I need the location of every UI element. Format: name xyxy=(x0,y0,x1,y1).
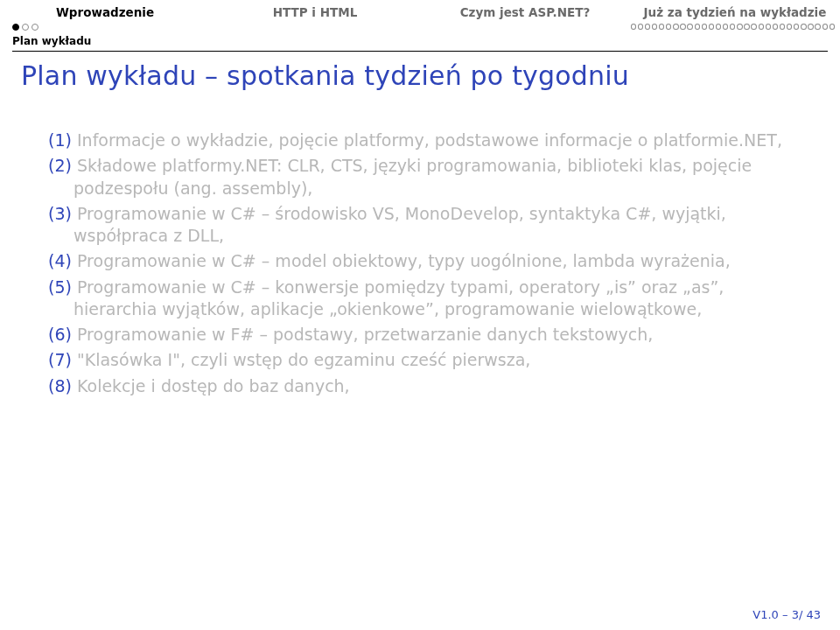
progress-dot-icon[interactable] xyxy=(815,24,820,30)
content-area: Informacje o wykładzie, pojęcie platform… xyxy=(0,91,840,397)
progress-dot-icon[interactable] xyxy=(638,24,643,30)
progress-dot-icon[interactable] xyxy=(716,24,721,30)
progress-seg-2 xyxy=(421,21,626,32)
progress-dot-icon[interactable] xyxy=(22,24,29,31)
progress-dot-icon[interactable] xyxy=(680,24,685,30)
nav-tab-wprowadzenie[interactable]: Wprowadzenie xyxy=(0,4,210,19)
progress-dot-icon[interactable] xyxy=(794,24,799,30)
footer-page-number: V1.0 – 3/ 43 xyxy=(752,608,821,621)
progress-dot-icon[interactable] xyxy=(787,24,792,30)
progress-dot-icon[interactable] xyxy=(687,24,692,30)
progress-seg-0 xyxy=(0,21,217,32)
nav-tab-http-html[interactable]: HTTP i HTML xyxy=(210,4,420,19)
progress-dot-icon[interactable] xyxy=(695,24,700,30)
list-item: Programowanie w C# – konwersje pomiędzy … xyxy=(37,276,803,321)
list-item: Kolekcje i dostęp do baz danych, xyxy=(37,375,803,397)
progress-dot-icon[interactable] xyxy=(673,24,678,30)
progress-seg-3 xyxy=(626,21,841,32)
progress-dot-icon[interactable] xyxy=(723,24,728,30)
progress-dot-icon[interactable] xyxy=(766,24,771,30)
nav-tab-asp-net[interactable]: Czym jest ASP.NET? xyxy=(420,4,630,19)
slide-title: Plan wykładu – spotkania tydzień po tygo… xyxy=(0,52,840,91)
progress-dot-icon[interactable] xyxy=(744,24,749,30)
progress-dot-icon[interactable] xyxy=(659,24,664,30)
list-item: Programowanie w C# – model obiektowy, ty… xyxy=(37,250,803,272)
progress-dot-icon[interactable] xyxy=(780,24,785,30)
nav-tab-next-week[interactable]: Już za tydzień na wykładzie xyxy=(630,4,840,19)
progress-dot-icon[interactable] xyxy=(702,24,707,30)
list-item: Informacje o wykładzie, pojęcie platform… xyxy=(37,130,803,151)
progress-dot-icon[interactable] xyxy=(801,24,806,30)
list-item: Programowanie w C# – środowisko VS, Mono… xyxy=(37,203,803,248)
progress-row xyxy=(0,21,840,32)
list-item: Składowe platformy.NET: CLR, CTS, języki… xyxy=(37,155,803,200)
progress-dot-icon[interactable] xyxy=(652,24,657,30)
progress-dot-icon[interactable] xyxy=(822,24,828,30)
list-item: "Klasówka I", czyli wstęp do egzaminu cz… xyxy=(37,349,803,371)
progress-dot-icon[interactable] xyxy=(737,24,742,30)
progress-dot-icon[interactable] xyxy=(631,24,636,30)
progress-dot-icon[interactable] xyxy=(12,24,19,31)
progress-dot-icon[interactable] xyxy=(773,24,778,30)
progress-dot-icon[interactable] xyxy=(830,24,835,30)
progress-dot-icon[interactable] xyxy=(759,24,764,30)
progress-dot-icon[interactable] xyxy=(709,24,714,30)
progress-dot-icon[interactable] xyxy=(751,24,756,30)
progress-dot-icon[interactable] xyxy=(32,24,38,31)
subsection-label: Plan wykładu xyxy=(0,32,840,47)
list-item: Programowanie w F# – podstawy, przetwarz… xyxy=(37,324,803,346)
plan-list: Informacje o wykładzie, pojęcie platform… xyxy=(37,130,803,397)
progress-dot-icon[interactable] xyxy=(666,24,671,30)
progress-dot-icon[interactable] xyxy=(730,24,735,30)
progress-seg-1 xyxy=(217,21,422,32)
progress-dot-icon[interactable] xyxy=(808,24,813,30)
top-nav: Wprowadzenie HTTP i HTML Czym jest ASP.N… xyxy=(0,0,840,19)
progress-dot-icon[interactable] xyxy=(645,24,650,30)
slide-root: Wprowadzenie HTTP i HTML Czym jest ASP.N… xyxy=(0,0,840,630)
